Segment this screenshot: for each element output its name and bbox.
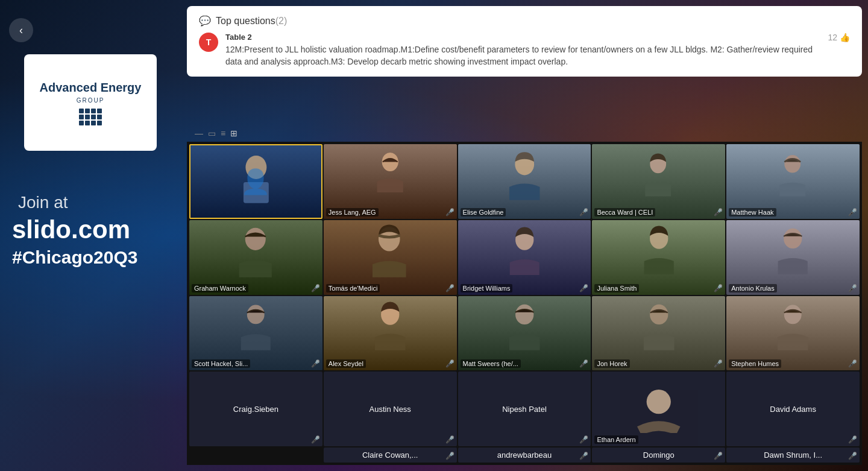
participant-name-4: Becca Ward | CELI — [594, 208, 655, 217]
participant-name-7: Tomás de'Medici — [326, 284, 380, 292]
video-bg-10 — [726, 220, 860, 295]
minimize-icon[interactable]: — — [195, 128, 203, 138]
thumbs-up-icon: 👍 — [840, 33, 850, 42]
participant-name-19: Ethan Ardern — [594, 435, 638, 444]
participant-name-8: Bridget Williams — [461, 284, 513, 292]
question-author: Table 2 — [225, 33, 820, 42]
join-prefix: Join at — [18, 193, 68, 212]
video-cell-8[interactable]: Bridget Williams 🎤 — [458, 220, 591, 295]
participant-name-11: Scott Hackel, Sli... — [192, 359, 250, 368]
svg-rect-1 — [243, 182, 268, 203]
video-bg-7 — [324, 220, 457, 295]
participant-name-15: Stephen Humes — [729, 359, 781, 368]
participant-name-14: Jon Horek — [594, 359, 629, 368]
video-cell-17[interactable]: Austin Ness 🎤 — [324, 371, 457, 446]
participant-name-5: Matthew Haak — [729, 208, 776, 217]
mute-icon-15: 🎤 — [848, 359, 857, 368]
video-cell-10[interactable]: Antonio Krulas 🎤 — [726, 220, 860, 295]
logo-text-line2: GROUP — [77, 97, 105, 104]
questions-title: Top questions — [216, 16, 275, 27]
participant-name-13: Matt Sweers (he/... — [461, 359, 521, 368]
mute-icon-18: 🎤 — [579, 435, 588, 444]
video-cell-24[interactable]: Dawn Shrum, I... 🎤 — [726, 447, 860, 463]
mute-icon-9: 🎤 — [714, 284, 723, 292]
question-avatar: T — [199, 33, 218, 52]
svg-point-16 — [647, 390, 671, 414]
questions-count: (2) — [275, 16, 288, 27]
video-cell-11[interactable]: Scott Hackel, Sli... 🎤 — [189, 296, 322, 371]
question-item: T Table 2 12M:Present to JLL holistic va… — [199, 33, 850, 68]
logo-text-line1: Advanced Energy — [40, 80, 142, 95]
name-only-inner-22: andrewbarbeau — [494, 447, 555, 463]
video-cell-1[interactable] — [189, 144, 322, 219]
mute-icon-14: 🎤 — [714, 359, 723, 368]
single-view-icon[interactable]: ▭ — [208, 128, 216, 138]
participant-name-18: Nipesh Patel — [499, 402, 550, 417]
participant-name-3: Elise Goldfine — [461, 208, 506, 217]
logo-grid — [79, 109, 102, 125]
video-cell-19[interactable]: Ethan Ardern — [592, 371, 725, 446]
mute-icon-20: 🎤 — [848, 435, 857, 444]
participant-name-10: Antonio Krulas — [729, 284, 777, 292]
list-view-icon[interactable]: ≡ — [221, 128, 225, 138]
video-cell-21[interactable]: Claire Cowan,... 🎤 — [324, 447, 457, 463]
svg-point-15 — [784, 305, 802, 324]
logo-card: Advanced Energy GROUP — [24, 54, 157, 151]
mute-icon-3: 🎤 — [579, 208, 588, 217]
name-only-inner-23: Domingo — [640, 447, 678, 463]
video-cell-15[interactable]: Stephen Humes 🎤 — [726, 296, 860, 371]
video-cell-4[interactable]: Becca Ward | CELI 🎤 — [592, 144, 725, 219]
video-cell-16[interactable]: Craig.Sieben 🎤 — [189, 371, 322, 446]
svg-point-13 — [515, 305, 533, 324]
participant-name-22: andrewbarbeau — [494, 447, 555, 463]
grid-view-icon[interactable]: ⊞ — [230, 128, 237, 138]
participant-name-23: Domingo — [640, 447, 678, 463]
video-cell-9[interactable]: Juliana Smith 🎤 — [592, 220, 725, 295]
video-cell-3[interactable]: Elise Goldfine 🎤 — [458, 144, 591, 219]
mute-icon-22: 🎤 — [579, 452, 588, 460]
likes-count: 12 — [828, 33, 837, 42]
toolbar: — ▭ ≡ ⊞ — [190, 124, 242, 143]
video-bg-1 — [190, 145, 321, 218]
video-cell-6[interactable]: Graham Warnock 🎤 — [189, 220, 322, 295]
video-cell-20[interactable]: David Adams 🎤 — [726, 371, 860, 446]
video-cell-23[interactable]: Domingo 🎤 — [592, 447, 725, 463]
participant-name-9: Juliana Smith — [594, 284, 639, 292]
video-cell-12[interactable]: Alex Seydel 🎤 — [324, 296, 457, 371]
participant-name-12: Alex Seydel — [326, 359, 366, 368]
mute-icon-6: 🎤 — [311, 284, 320, 292]
video-cell-2[interactable]: Jess Lang, AEG 🎤 — [324, 144, 457, 219]
participant-name-17: Austin Ness — [366, 402, 414, 417]
name-only-inner-20: David Adams — [767, 402, 819, 417]
svg-point-5 — [784, 155, 800, 172]
join-url: slido.com — [12, 215, 130, 244]
mute-icon-16: 🎤 — [311, 435, 320, 444]
question-text: 12M:Present to JLL holistic valuation ro… — [225, 44, 820, 68]
svg-point-11 — [247, 305, 265, 324]
svg-point-14 — [650, 305, 668, 324]
video-cell-5[interactable]: Matthew Haak 🎤 — [726, 144, 860, 219]
video-cell-22[interactable]: andrewbarbeau 🎤 — [458, 447, 591, 463]
mute-icon-23: 🎤 — [714, 452, 723, 460]
mute-icon-7: 🎤 — [445, 284, 454, 292]
participant-name-24: Dawn Shrum, I... — [761, 447, 825, 463]
video-cell-14[interactable]: Jon Horek 🎤 — [592, 296, 725, 371]
video-cell-13[interactable]: Matt Sweers (he/... 🎤 — [458, 296, 591, 371]
video-cell-7[interactable]: Tomás de'Medici 🎤 — [324, 220, 457, 295]
participant-name-6: Graham Warnock — [192, 284, 248, 292]
video-bg-9 — [592, 220, 725, 295]
question-likes[interactable]: 12 👍 — [828, 33, 850, 42]
mute-icon-24: 🎤 — [848, 452, 857, 460]
back-button[interactable]: ‹ — [9, 18, 33, 42]
left-panel: ‹ Advanced Energy GROUP Join at slido.co… — [0, 0, 184, 471]
mute-icon-5: 🎤 — [848, 208, 857, 217]
question-content: Table 2 12M:Present to JLL holistic valu… — [225, 33, 820, 68]
name-only-inner-16: Craig.Sieben — [230, 402, 281, 417]
participant-name-16: Craig.Sieben — [230, 402, 281, 417]
participant-name-20: David Adams — [767, 402, 819, 417]
video-cell-18[interactable]: Nipesh Patel 🎤 — [458, 371, 591, 446]
name-only-inner-21: Claire Cowan,... — [359, 447, 421, 463]
name-only-inner-24: Dawn Shrum, I... — [761, 447, 825, 463]
mute-icon-11: 🎤 — [311, 359, 320, 368]
questions-header: 💬 Top questions (2) — [199, 15, 850, 27]
